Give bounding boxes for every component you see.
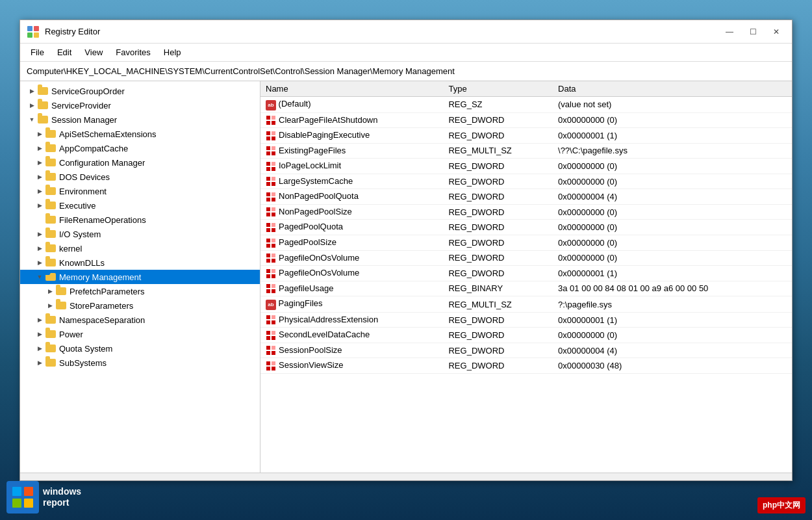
cell-name: SessionPoolSize xyxy=(260,343,443,358)
table-row[interactable]: PagefileOnOsVolumeREG_DWORD0x00000000 (0… xyxy=(260,250,792,266)
table-row[interactable]: ClearPageFileAtShutdownREG_DWORD0x000000… xyxy=(260,112,792,128)
svg-rect-60 xyxy=(266,346,270,350)
expand-arrow: ▶ xyxy=(36,316,44,324)
svg-rect-6 xyxy=(266,121,270,125)
cell-name: PagefileUsage xyxy=(260,281,443,296)
expand-arrow: ▶ xyxy=(36,330,44,338)
folder-icon xyxy=(45,329,57,339)
table-row[interactable]: NonPagedPoolQuotaREG_DWORD0x00000004 (4) xyxy=(260,189,792,205)
svg-rect-66 xyxy=(266,367,270,370)
table-row[interactable]: PagefileUsageREG_BINARY3a 01 00 00 84 08… xyxy=(260,281,792,296)
table-row[interactable]: DisablePagingExecutiveREG_DWORD0x0000000… xyxy=(260,128,792,144)
svg-rect-36 xyxy=(266,239,270,242)
table-row[interactable]: IoPageLockLimitREG_DWORD0x00000000 (0) xyxy=(260,159,792,174)
menu-edit[interactable]: Edit xyxy=(52,45,77,60)
tree-item-session-manager[interactable]: ▼ Session Manager xyxy=(20,112,260,127)
table-row[interactable]: PagedPoolQuotaREG_DWORD0x00000000 (0) xyxy=(260,220,792,235)
table-row[interactable]: SecondLevelDataCacheREG_DWORD0x00000000 … xyxy=(260,328,792,343)
tree-item-environment[interactable]: ▶ Environment xyxy=(20,184,260,198)
tree-item-filerename[interactable]: FileRenameOperations xyxy=(20,213,260,227)
tree-item-apiset[interactable]: ▶ ApiSetSchemaExtensions xyxy=(20,127,260,141)
cell-data: 0x00000000 (0) xyxy=(553,112,792,128)
folder-icon xyxy=(37,100,49,110)
windows-report-text: windows report xyxy=(43,486,81,508)
tree-item-serviceprovider[interactable]: ▶ ServiceProvider xyxy=(20,98,260,112)
table-row[interactable]: PagedPoolSizeREG_DWORD0x00000000 (0) xyxy=(260,235,792,251)
svg-rect-42 xyxy=(266,259,270,263)
svg-rect-59 xyxy=(272,336,275,340)
minimize-button[interactable]: — xyxy=(720,23,739,41)
cell-data: 0x00000000 (0) xyxy=(553,159,792,174)
cell-type: REG_SZ xyxy=(443,97,553,113)
cell-data: ?:\pagefile.sys xyxy=(553,296,792,313)
menu-favorites[interactable]: Favorites xyxy=(110,45,155,60)
svg-rect-17 xyxy=(272,162,275,166)
tree-label: Memory Management xyxy=(59,272,141,282)
svg-rect-25 xyxy=(272,192,275,196)
tree-label: Configuration Manager xyxy=(59,158,145,168)
expand-arrow xyxy=(36,216,44,224)
expand-arrow: ▶ xyxy=(36,130,44,138)
expand-arrow: ▶ xyxy=(28,87,36,95)
tree-item-servicegrouporder[interactable]: ▶ ServiceGroupOrder xyxy=(20,84,260,98)
table-row[interactable]: LargeSystemCacheREG_DWORD0x00000000 (0) xyxy=(260,174,792,189)
dword-icon xyxy=(266,268,276,279)
tree-item-config-manager[interactable]: ▶ Configuration Manager xyxy=(20,155,260,170)
dword-icon xyxy=(266,253,276,263)
tree-item-store-params[interactable]: ▶ StoreParameters xyxy=(20,298,260,313)
cell-data: 0x00000000 (0) xyxy=(553,235,792,251)
dword-icon xyxy=(266,115,276,125)
tree-item-prefetch[interactable]: ▶ PrefetchParameters xyxy=(20,284,260,298)
svg-rect-1 xyxy=(34,26,39,31)
expand-arrow: ▶ xyxy=(36,202,44,209)
cell-name: SecondLevelDataCache xyxy=(260,328,443,343)
table-row[interactable]: ab (Default)REG_SZ(value not set) xyxy=(260,97,792,113)
registry-editor-window: Registry Editor — ☐ ✕ File Edit View Fav… xyxy=(19,20,793,481)
cell-data: (value not set) xyxy=(553,97,792,113)
tree-item-power[interactable]: ▶ Power xyxy=(20,327,260,341)
table-row[interactable]: SessionPoolSizeREG_DWORD0x00000004 (4) xyxy=(260,343,792,358)
address-text: Computer\HKEY_LOCAL_MACHINE\SYSTEM\Curre… xyxy=(27,66,455,76)
maximize-button[interactable]: ☐ xyxy=(744,23,762,41)
tree-item-subsystems[interactable]: ▶ SubSystems xyxy=(20,356,260,370)
menu-help[interactable]: Help xyxy=(159,45,186,60)
tree-item-executive[interactable]: ▶ Executive xyxy=(20,198,260,213)
svg-rect-13 xyxy=(272,146,275,150)
table-row[interactable]: NonPagedPoolSizeREG_DWORD0x00000000 (0) xyxy=(260,204,792,220)
horizontal-scrollbar[interactable] xyxy=(20,473,792,480)
tree-item-namespace[interactable]: ▶ NamespaceSeparation xyxy=(20,313,260,327)
expand-arrow: ▶ xyxy=(36,259,44,266)
tree-item-memory-management[interactable]: ▼ Memory Management xyxy=(20,270,260,284)
tree-panel[interactable]: ▶ ServiceGroupOrder ▶ ServiceProvider ▼ … xyxy=(20,81,260,473)
table-row[interactable]: ab PagingFilesREG_MULTI_SZ?:\pagefile.sy… xyxy=(260,296,792,313)
tree-label: Quota System xyxy=(59,344,112,354)
svg-rect-65 xyxy=(272,361,275,365)
table-row[interactable]: ExistingPageFilesREG_MULTI_SZ\??\C:\page… xyxy=(260,143,792,159)
svg-rect-28 xyxy=(266,207,270,211)
svg-rect-35 xyxy=(272,228,275,232)
table-row[interactable]: SessionViewSizeREG_DWORD0x00000030 (48) xyxy=(260,358,792,374)
values-panel[interactable]: Name Type Data ab (Default)REG_SZ(value … xyxy=(260,81,792,473)
tree-label: ServiceGroupOrder xyxy=(51,86,125,96)
tree-item-io-system[interactable]: ▶ I/O System xyxy=(20,227,260,241)
cell-data: 3a 01 00 00 84 08 01 00 a9 a6 00 00 50 xyxy=(553,281,792,296)
tree-item-knowndlls[interactable]: ▶ KnownDLLs xyxy=(20,255,260,270)
cell-data: 0x00000001 (1) xyxy=(553,312,792,328)
svg-rect-63 xyxy=(272,351,275,355)
cell-type: REG_DWORD xyxy=(443,266,553,281)
cell-type: REG_DWORD xyxy=(443,128,553,144)
tree-item-kernel[interactable]: ▶ kernel xyxy=(20,241,260,255)
close-button[interactable]: ✕ xyxy=(767,23,785,41)
tree-item-dos-devices[interactable]: ▶ DOS Devices xyxy=(20,170,260,184)
table-row[interactable]: PhysicalAddressExtensionREG_DWORD0x00000… xyxy=(260,312,792,328)
cell-type: REG_DWORD xyxy=(443,174,553,189)
menu-file[interactable]: File xyxy=(25,45,49,60)
address-bar: Computer\HKEY_LOCAL_MACHINE\SYSTEM\Curre… xyxy=(20,62,792,81)
cell-name: DisablePagingExecutive xyxy=(260,128,443,144)
dword-icon xyxy=(266,131,276,141)
table-row[interactable]: PagefileOnOsVolumeREG_DWORD0x00000001 (1… xyxy=(260,266,792,281)
menu-view[interactable]: View xyxy=(79,45,108,60)
svg-rect-58 xyxy=(266,336,270,340)
tree-item-quota[interactable]: ▶ Quota System xyxy=(20,341,260,356)
tree-item-appcompat[interactable]: ▶ AppCompatCache xyxy=(20,141,260,155)
